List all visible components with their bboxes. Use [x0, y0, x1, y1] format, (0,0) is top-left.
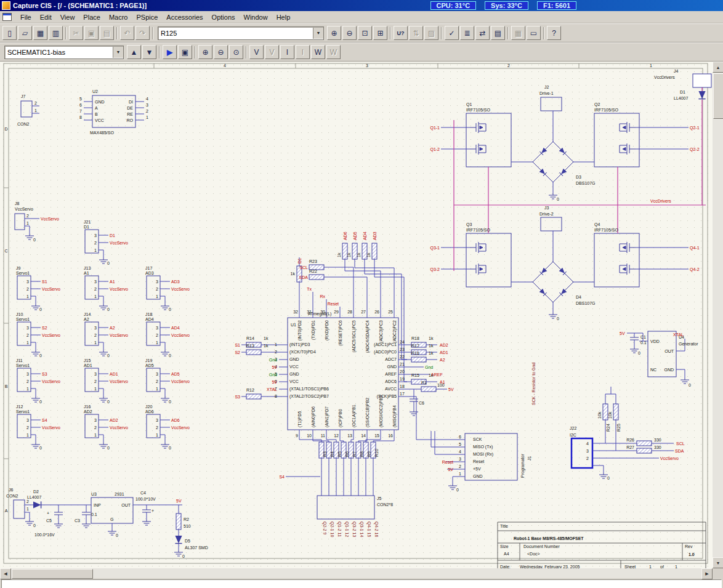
- schematic-label: U3: [91, 492, 97, 496]
- j2-box[interactable]: [541, 97, 562, 111]
- cross-reference-button[interactable]: ⇄: [475, 26, 490, 40]
- snap-to-grid-button: ▦: [511, 26, 525, 40]
- descend-hierarchy-button[interactable]: ▼: [142, 45, 156, 59]
- bias-power-button[interactable]: W: [311, 45, 325, 59]
- connector-stubs: [160, 281, 170, 304]
- app-icon: [2, 1, 10, 10]
- vertical-scrollbar[interactable]: ▲ ▼: [713, 62, 723, 568]
- horizontal-scrollbar-thumb[interactable]: [12, 569, 93, 579]
- schematic-label: R14: [246, 336, 254, 340]
- menu-item-pspice[interactable]: PSpice: [132, 12, 162, 22]
- schematic-label: 28: [347, 310, 352, 314]
- q3-box[interactable]: [466, 233, 511, 287]
- zoom-all-button[interactable]: ⊞: [373, 26, 387, 40]
- power-marker-button[interactable]: ⊙: [229, 45, 243, 59]
- schematic-label: 1: [156, 340, 158, 345]
- menu-item-accessories[interactable]: Accessories: [162, 12, 207, 22]
- schematic-label: AD3: [373, 232, 377, 240]
- schematic-page[interactable]: Title Robot-1 Base M8/RS-485/MOFSET Size…: [0, 62, 713, 568]
- schematic-label: Q3: [466, 222, 472, 227]
- area-select-button[interactable]: ▭: [527, 26, 541, 40]
- j7-box[interactable]: [21, 101, 32, 117]
- bill-of-materials-button[interactable]: ▤: [491, 26, 505, 40]
- schematic-document-icon[interactable]: [2, 13, 12, 21]
- net-label-ad2: AD2: [110, 418, 118, 422]
- d4-bridge[interactable]: [533, 262, 573, 302]
- q2-box[interactable]: [594, 113, 639, 167]
- menu-item-window[interactable]: Window: [240, 12, 272, 22]
- j22-i2c-box[interactable]: [572, 438, 592, 468]
- q1-box[interactable]: [466, 113, 511, 167]
- schematic-label: R8: [360, 451, 364, 457]
- schematic-label: 4: [459, 449, 461, 454]
- bias-voltage-button[interactable]: V: [249, 45, 264, 59]
- j4-box[interactable]: [693, 74, 711, 87]
- schematic-canvas[interactable]: Title Robot-1 Base M8/RS-485/MOFSET Size…: [0, 62, 713, 568]
- simulation-profile-combo[interactable]: SCHEMATIC1-bias ▼: [4, 46, 124, 59]
- scroll-right-icon[interactable]: ▶: [701, 568, 713, 579]
- vertical-scrollbar-thumb[interactable]: [713, 73, 723, 119]
- schematic-label: +: [47, 511, 49, 515]
- vertical-scrollbar-track[interactable]: [713, 119, 723, 557]
- current-marker-button[interactable]: ⊖: [214, 45, 228, 59]
- q4-box[interactable]: [594, 233, 639, 287]
- menu-item-help[interactable]: Help: [272, 12, 295, 22]
- rev-label: Rev: [685, 544, 693, 549]
- j8-box[interactable]: [15, 214, 25, 230]
- run-pspice-button[interactable]: ▶: [163, 45, 177, 59]
- menu-item-file[interactable]: File: [16, 12, 36, 22]
- annotate-button[interactable]: U?: [394, 26, 408, 40]
- schematic-label: 0: [107, 307, 110, 312]
- horizontal-scrollbar[interactable]: ◀ ▶: [0, 568, 713, 578]
- horizontal-scrollbar-track[interactable]: [94, 568, 701, 578]
- redo-button: ↷: [135, 26, 150, 40]
- menu-item-place[interactable]: Place: [79, 12, 105, 22]
- toolbar-separator: [441, 27, 442, 39]
- j3-box[interactable]: [541, 217, 562, 231]
- new-document-button[interactable]: ▯: [2, 26, 17, 40]
- scroll-left-icon[interactable]: ◀: [0, 568, 11, 579]
- print-button[interactable]: ▥: [49, 26, 63, 40]
- schematic-label: AD2: [440, 343, 448, 347]
- schematic-label: VccServo: [171, 287, 190, 291]
- schematic-label: 29: [334, 310, 339, 314]
- part-reference-combo[interactable]: R125 ▼: [158, 26, 324, 40]
- view-simulation-results-button[interactable]: ▣: [178, 45, 192, 59]
- schematic-label: 0: [689, 383, 691, 387]
- scroll-up-icon[interactable]: ▲: [713, 62, 723, 73]
- menu-item-view[interactable]: View: [56, 12, 79, 22]
- menu-item-macro[interactable]: Macro: [105, 12, 132, 22]
- help-button[interactable]: ?: [547, 26, 561, 40]
- schematic-label: 8: [79, 115, 82, 119]
- design-rules-check-button[interactable]: ✓: [445, 26, 459, 40]
- save-document-button[interactable]: ▦: [33, 26, 47, 40]
- schematic-label: 32: [293, 310, 298, 314]
- schematic-label: 1: [26, 221, 29, 225]
- schematic-label: Drive-1: [539, 91, 554, 95]
- combo-dropdown-arrow-icon[interactable]: ▼: [113, 47, 123, 58]
- bias-current-button[interactable]: I: [280, 45, 294, 59]
- combo-dropdown-arrow-icon[interactable]: ▼: [313, 28, 323, 39]
- j11-ref: J11: [16, 358, 23, 363]
- menu-bar: FileEditViewPlaceMacroPSpiceAccessoriesO…: [0, 11, 723, 23]
- create-netlist-button[interactable]: ≣: [460, 26, 474, 40]
- ground-icon: [31, 350, 40, 356]
- j5-box[interactable]: [317, 496, 374, 519]
- j14-ref: J14: [84, 312, 91, 316]
- scroll-down-icon[interactable]: ▼: [713, 557, 723, 568]
- open-document-button[interactable]: ▱: [18, 26, 32, 40]
- d3-bridge[interactable]: [533, 142, 573, 182]
- zoom-out-button[interactable]: ⊖: [342, 26, 357, 40]
- schematic-label: 2: [586, 456, 589, 461]
- schematic-label: 100: [437, 383, 445, 387]
- zoom-in-button[interactable]: ⊕: [327, 26, 341, 40]
- menu-item-options[interactable]: Options: [208, 12, 240, 22]
- voltage-marker-button[interactable]: ⊕: [198, 45, 212, 59]
- schematic-label: IRF7105/SO: [594, 108, 618, 112]
- ascend-hierarchy-button[interactable]: ▲: [127, 45, 141, 59]
- zoom-area-button[interactable]: ⊡: [358, 26, 372, 40]
- j6-box[interactable]: [14, 500, 25, 518]
- schematic-label: VccServo: [42, 333, 60, 337]
- schematic-label: I2C: [570, 433, 576, 437]
- menu-item-edit[interactable]: Edit: [36, 12, 56, 22]
